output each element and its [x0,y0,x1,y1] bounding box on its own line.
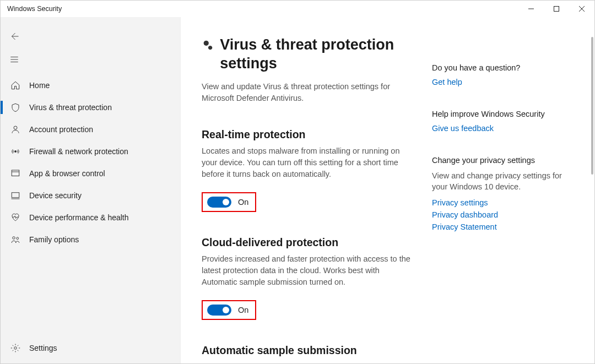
sidebar-item-label: Virus & threat protection [29,103,112,112]
gear-icon [9,342,21,354]
sidebar-item-label: App & browser control [29,169,105,178]
app-icon [9,167,21,180]
svg-rect-10 [12,170,19,176]
window-title: Windows Security [7,5,62,13]
titlebar: Windows Security [1,1,594,17]
right-column: Do you have a question? Get help Help im… [432,17,594,363]
device-icon [9,189,21,202]
main-area: Virus & threat protection settings View … [181,17,594,363]
svg-rect-1 [554,7,559,12]
sidebar-item-label: Home [29,81,50,90]
sidebar-item-home[interactable]: Home [1,74,180,96]
sidebar-item-label: Settings [29,344,57,352]
sidebar-item-label: Device security [29,191,82,200]
menu-button[interactable] [3,48,26,71]
sidebar-item-family[interactable]: Family options [1,229,180,251]
family-icon [9,233,21,246]
toggle-state: On [238,306,248,314]
sidebar-item-label: Device performance & health [29,213,129,222]
privacy-dashboard-link[interactable]: Privacy dashboard [432,210,579,219]
back-button[interactable] [3,25,26,48]
antenna-icon [9,145,21,157]
get-help-link[interactable]: Get help [432,78,579,86]
heart-icon [9,211,21,224]
cloud-toggle[interactable] [207,305,231,316]
toggle-state: On [238,198,248,207]
minimize-button[interactable] [518,1,544,17]
window: Windows Security Home Virus & threat pro… [0,0,595,364]
feedback-link[interactable]: Give us feedback [432,124,579,133]
highlight-box: On [202,192,256,212]
highlight-box: On [202,300,256,320]
sidebar-item-settings[interactable]: Settings [1,337,180,359]
sidebar-item-virus-threat[interactable]: Virus & threat protection [1,96,180,118]
sidebar-item-label: Account protection [29,125,93,134]
home-icon [9,79,21,91]
sidebar-item-performance[interactable]: Device performance & health [1,207,180,229]
privacy-statement-link[interactable]: Privacy Statement [432,222,579,231]
gears-icon [202,39,214,53]
svg-point-16 [14,347,17,350]
sidebar-item-app-browser[interactable]: App & browser control [1,162,180,184]
sidebar-item-label: Firewall & network protection [29,147,128,156]
shield-icon [9,101,21,113]
section-title: Cloud-delivered protection [202,236,411,249]
svg-point-14 [13,237,15,240]
right-heading: Help improve Windows Security [432,110,579,118]
section-realtime: Real-time protection Locates and stops m… [202,128,411,212]
section-desc: Provides increased and faster protection… [202,253,411,288]
right-heading: Change your privacy settings [432,156,579,165]
svg-point-8 [14,126,17,129]
right-desc: View and change privacy settings for you… [432,170,579,193]
section-desc: Locates and stops malware from installin… [202,145,411,180]
sidebar-item-firewall[interactable]: Firewall & network protection [1,140,180,162]
close-button[interactable] [569,1,594,17]
section-auto-sample: Automatic sample submission [202,344,411,357]
right-heading: Do you have a question? [432,63,579,72]
scrollbar[interactable] [591,37,593,175]
maximize-button[interactable] [544,1,569,17]
section-title: Automatic sample submission [202,344,411,357]
sidebar-item-device-security[interactable]: Device security [1,184,180,207]
privacy-settings-link[interactable]: Privacy settings [432,198,579,207]
svg-point-15 [17,237,19,240]
page-subtitle: View and update Virus & threat protectio… [202,81,411,104]
svg-rect-12 [12,193,19,198]
realtime-toggle[interactable] [207,197,231,208]
person-icon [9,123,21,135]
sidebar-item-label: Family options [29,235,79,244]
page-title: Virus & threat protection settings [220,36,415,73]
svg-point-9 [15,151,17,153]
sidebar: Home Virus & threat protection Account p… [1,17,181,363]
section-title: Real-time protection [202,128,411,141]
sidebar-item-account[interactable]: Account protection [1,118,180,140]
section-cloud: Cloud-delivered protection Provides incr… [202,236,411,320]
